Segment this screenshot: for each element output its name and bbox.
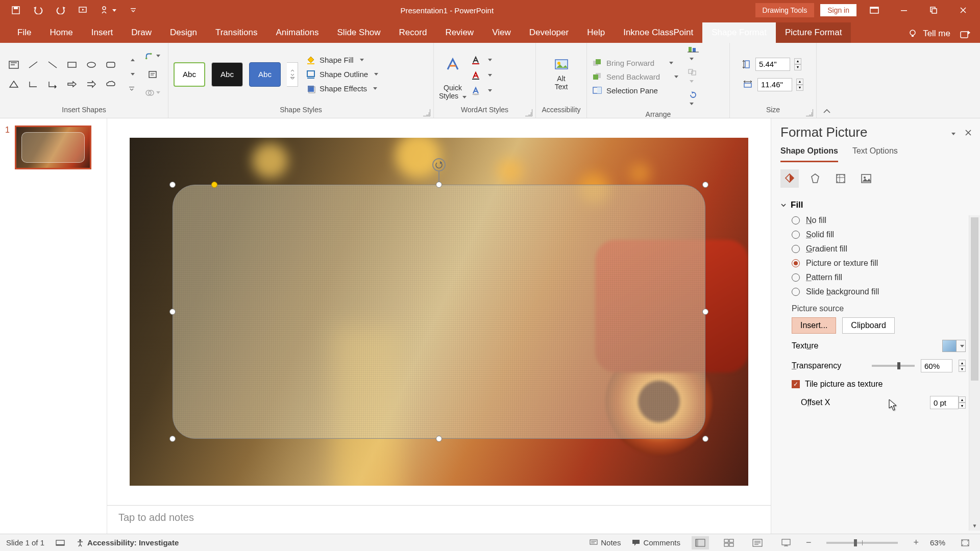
slide-counter[interactable]: Slide 1 of 1: [6, 538, 44, 547]
width-spin-down[interactable]: ▼: [796, 85, 803, 91]
shape-style-gallery[interactable]: Abc Abc Abc: [174, 62, 298, 87]
texture-swatch[interactable]: [942, 340, 957, 352]
collapse-ribbon-icon[interactable]: [817, 43, 837, 118]
shape-effects-button[interactable]: Shape Effects: [306, 84, 378, 93]
shape-lconnector-icon[interactable]: [24, 76, 42, 93]
shapes-gallery[interactable]: [5, 56, 119, 93]
pane-tab-text-options[interactable]: Text Options: [852, 146, 898, 162]
notes-toggle[interactable]: Notes: [590, 538, 621, 547]
touch-mode-icon[interactable]: [100, 5, 116, 16]
scroll-down-icon[interactable]: ▼: [969, 520, 980, 531]
radio-slide-bg-fill[interactable]: Slide background fill: [780, 285, 966, 299]
adjust-handle[interactable]: [211, 182, 217, 188]
tab-review[interactable]: Review: [436, 22, 483, 43]
zoom-out-icon[interactable]: −: [806, 537, 812, 548]
tile-checkbox-row[interactable]: ✓ Tile picture as texture: [780, 374, 966, 391]
pane-tab-shape-options[interactable]: Shape Options: [780, 146, 838, 162]
tab-transitions[interactable]: Transitions: [206, 22, 267, 43]
shape-rect-icon[interactable]: [63, 56, 81, 73]
fill-section-header[interactable]: Fill: [780, 197, 966, 213]
fit-to-window-icon[interactable]: [957, 536, 974, 549]
bring-forward-button[interactable]: Bring Forward: [592, 59, 678, 67]
tab-insert[interactable]: Insert: [82, 22, 122, 43]
texture-dropdown-icon[interactable]: [957, 340, 966, 352]
pane-options-icon[interactable]: [944, 125, 961, 140]
gallery-down-icon[interactable]: [124, 69, 140, 80]
zoom-in-icon[interactable]: +: [913, 537, 919, 548]
shape-height-input[interactable]: [755, 58, 790, 71]
resize-handle-l[interactable]: [169, 309, 176, 315]
shape-elbow-icon[interactable]: [44, 76, 61, 93]
text-fill-button[interactable]: [471, 56, 492, 65]
send-backward-button[interactable]: Send Backward: [592, 72, 678, 81]
gallery-more-icon[interactable]: [124, 84, 140, 94]
save-icon[interactable]: [10, 5, 21, 16]
tab-design[interactable]: Design: [161, 22, 206, 43]
zoom-slider[interactable]: [826, 542, 898, 544]
style-preset-2[interactable]: Abc: [211, 62, 243, 87]
pane-scrollbar[interactable]: ▲ ▼: [969, 215, 980, 531]
resize-handle-br[interactable]: [702, 436, 708, 442]
radio-gradient-fill[interactable]: Gradient fill: [780, 242, 966, 256]
draw-textbox-button[interactable]: [145, 68, 160, 81]
scroll-thumb[interactable]: [971, 217, 978, 381]
rotate-handle[interactable]: [432, 158, 446, 171]
share-icon[interactable]: [960, 30, 980, 43]
start-from-beginning-icon[interactable]: [78, 5, 89, 16]
tab-classpoint[interactable]: Inknoe ClassPoint: [614, 22, 702, 43]
clipboard-button[interactable]: Clipboard: [842, 317, 894, 334]
radio-no-fill[interactable]: No fill: [780, 213, 966, 228]
shape-triangle-icon[interactable]: [5, 76, 22, 93]
accessibility-status[interactable]: Accessibility: Investigate: [76, 538, 179, 547]
language-icon[interactable]: [56, 539, 65, 547]
slideshow-view-icon[interactable]: [777, 536, 795, 549]
text-outline-button[interactable]: [471, 71, 492, 80]
tab-view[interactable]: View: [483, 22, 520, 43]
maximize-icon[interactable]: [922, 0, 945, 20]
radio-picture-fill[interactable]: Picture or texture fill: [780, 256, 966, 270]
redo-icon[interactable]: [55, 5, 66, 16]
style-preset-3[interactable]: Abc: [249, 62, 281, 87]
alt-text-button[interactable]: AltText: [549, 58, 574, 91]
slide-thumbnail-1[interactable]: [15, 126, 91, 169]
insert-picture-button[interactable]: Insert...: [792, 317, 836, 334]
resize-handle-t[interactable]: [436, 182, 442, 188]
sorter-view-icon[interactable]: [720, 536, 738, 549]
resize-handle-b[interactable]: [436, 436, 442, 442]
minimize-icon[interactable]: [892, 0, 916, 20]
tab-home[interactable]: Home: [40, 22, 82, 43]
offset-x-input[interactable]: [930, 396, 959, 409]
shape-oval-icon[interactable]: [83, 56, 100, 73]
edit-shape-button[interactable]: [145, 49, 160, 63]
transparency-input[interactable]: [921, 359, 952, 372]
shape-width-input[interactable]: [757, 78, 792, 91]
shape-textbox-icon[interactable]: [5, 56, 22, 73]
undo-icon[interactable]: [33, 5, 44, 16]
close-icon[interactable]: [951, 0, 975, 20]
pane-cat-fill-icon[interactable]: [780, 169, 799, 188]
tab-help[interactable]: Help: [578, 22, 614, 43]
height-spin-down[interactable]: ▼: [794, 64, 801, 70]
text-effects-button[interactable]: [471, 86, 492, 95]
resize-handle-bl[interactable]: [169, 436, 176, 442]
tell-me-search[interactable]: Tell me: [898, 29, 960, 43]
tab-record[interactable]: Record: [390, 22, 436, 43]
shape-styles-launcher-icon[interactable]: [423, 109, 430, 116]
pane-close-icon[interactable]: [961, 126, 976, 139]
zoom-level[interactable]: 63%: [930, 538, 945, 547]
notes-placeholder[interactable]: Tap to add notes: [107, 505, 771, 534]
qat-customize-icon[interactable]: [128, 5, 139, 16]
sign-in-button[interactable]: Sign in: [820, 4, 856, 16]
radio-pattern-fill[interactable]: Pattern fill: [780, 270, 966, 285]
pane-cat-size-icon[interactable]: [831, 169, 850, 188]
quick-styles-button[interactable]: [444, 49, 461, 80]
tab-picture-format[interactable]: Picture Format: [776, 22, 851, 43]
selection-pane-button[interactable]: Selection Pane: [592, 86, 678, 95]
width-spin-up[interactable]: ▲: [796, 79, 803, 85]
tab-developer[interactable]: Developer: [520, 22, 578, 43]
radio-solid-fill[interactable]: Solid fill: [780, 228, 966, 242]
size-launcher-icon[interactable]: [806, 109, 813, 116]
slide-canvas[interactable]: [107, 118, 771, 505]
offsetx-spin-down[interactable]: ▼: [959, 403, 966, 409]
rotate-button[interactable]: [688, 91, 699, 107]
